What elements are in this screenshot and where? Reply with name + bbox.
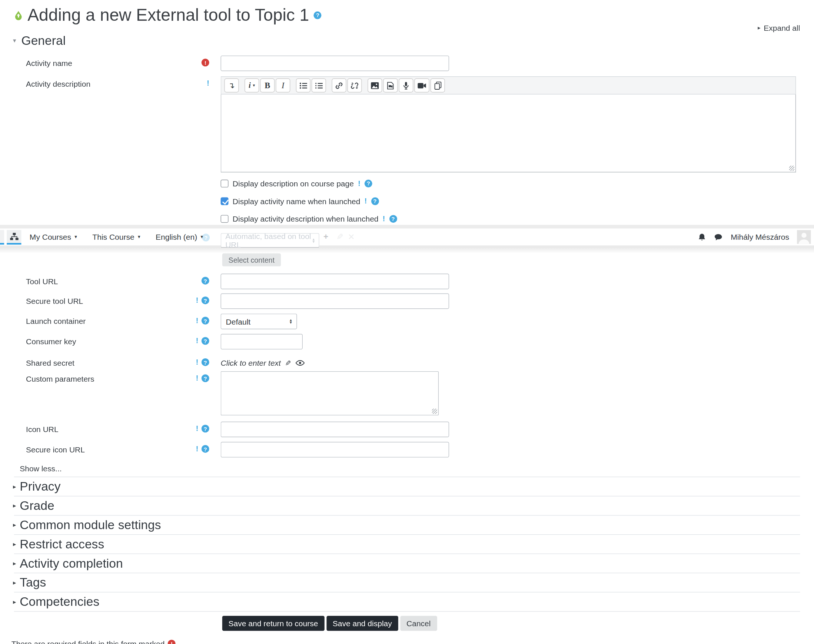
section-grade[interactable]: ▸ Grade: [14, 497, 800, 516]
user-name[interactable]: Mihály Mészáros: [731, 233, 789, 242]
resize-grip-icon[interactable]: [789, 166, 794, 171]
insert-image-icon[interactable]: [368, 78, 382, 93]
help-icon[interactable]: [202, 337, 209, 345]
custom-parameters-textarea[interactable]: [221, 371, 439, 416]
eye-icon[interactable]: [295, 359, 305, 366]
shared-secret-label: Shared secret: [26, 355, 75, 367]
preconfigured-tool-select[interactable]: Automatic, based on tool URL: [221, 233, 319, 247]
warning-icon[interactable]: [196, 317, 199, 325]
save-display-button[interactable]: Save and display: [327, 616, 398, 631]
chevron-down-icon: ▼: [137, 235, 141, 239]
required-fields-note: There are required fields in this form m…: [11, 639, 800, 644]
help-icon[interactable]: [389, 215, 397, 222]
help-icon[interactable]: [202, 374, 209, 382]
nav-item-this-course[interactable]: This Course▼: [92, 233, 141, 242]
tool-url-input[interactable]: [221, 273, 449, 289]
select-content-button[interactable]: Select content: [222, 253, 281, 267]
display-activity-name-checkbox[interactable]: [221, 197, 228, 205]
consumer-key-label: Consumer key: [26, 334, 76, 346]
display-description-checkbox[interactable]: [221, 179, 228, 187]
page-header: Adding a new External tool to Topic 1 ▸ …: [0, 0, 814, 25]
row-activity-name: Activity name: [14, 55, 800, 71]
insert-media-icon[interactable]: [383, 78, 397, 93]
warning-icon[interactable]: [196, 296, 199, 304]
required-icon: [168, 639, 176, 644]
collapse-toolbar-icon[interactable]: ↴: [224, 78, 239, 93]
help-icon[interactable]: [202, 425, 209, 432]
section-common-module-settings[interactable]: ▸ Common module settings: [14, 515, 800, 535]
user-avatar[interactable]: [797, 230, 811, 244]
pencil-icon[interactable]: ✎: [285, 359, 291, 367]
collapsed-sections: ▸ Privacy ▸ Grade ▸ Common module settin…: [14, 477, 800, 612]
secure-icon-url-input[interactable]: [221, 442, 449, 458]
display-activity-description-checkbox[interactable]: [221, 215, 228, 222]
help-icon[interactable]: [202, 358, 209, 366]
section-restrict-access[interactable]: ▸ Restrict access: [14, 535, 800, 554]
row-display-description: Display description on course page: [221, 179, 800, 187]
warning-icon[interactable]: [196, 425, 199, 432]
warning-icon[interactable]: [365, 197, 367, 205]
save-return-button[interactable]: Save and return to course: [222, 616, 325, 631]
unlink-icon[interactable]: [347, 78, 362, 93]
help-icon[interactable]: [202, 277, 209, 285]
launch-container-select[interactable]: Default: [221, 313, 297, 329]
sitemap-tab[interactable]: [7, 230, 21, 245]
nav-item-language[interactable]: English (en)▼: [156, 233, 204, 242]
help-icon[interactable]: [202, 317, 209, 325]
row-secure-icon-url: Secure icon URL: [14, 442, 800, 458]
delete-tool-icon: ✕: [348, 232, 355, 242]
help-icon-ghost: [202, 234, 210, 242]
manage-files-icon[interactable]: [431, 78, 445, 93]
unordered-list-icon[interactable]: [296, 78, 311, 93]
warning-icon[interactable]: [358, 179, 360, 187]
select-arrows-icon: [313, 238, 315, 243]
resize-grip-icon[interactable]: [432, 409, 437, 414]
required-icon: [202, 58, 209, 66]
record-video-icon[interactable]: [414, 78, 429, 93]
form-main: ▾ General Activity name Activity descrip…: [0, 33, 814, 223]
form-actions: Save and return to course Save and displ…: [222, 616, 800, 631]
select-arrows-icon: [290, 319, 292, 324]
add-tool-icon[interactable]: +: [323, 232, 328, 241]
icon-url-input[interactable]: [221, 422, 449, 437]
external-tool-icon: [14, 10, 23, 20]
warning-icon[interactable]: [207, 79, 209, 87]
cancel-button[interactable]: Cancel: [400, 616, 437, 631]
help-icon[interactable]: [371, 197, 379, 205]
ordered-list-icon[interactable]: [311, 78, 326, 93]
section-privacy[interactable]: ▸ Privacy: [14, 477, 800, 497]
editor-text-area[interactable]: [221, 95, 796, 172]
warning-icon[interactable]: [196, 374, 199, 382]
italic-icon[interactable]: I: [276, 78, 290, 93]
activity-name-input[interactable]: [221, 55, 449, 71]
bold-icon[interactable]: B: [260, 78, 274, 93]
warning-icon[interactable]: [196, 337, 199, 345]
help-icon[interactable]: [202, 445, 209, 453]
help-icon[interactable]: [314, 11, 322, 19]
secure-tool-url-label: Secure tool URL: [26, 293, 83, 305]
show-less-link[interactable]: Show less...: [20, 464, 800, 473]
notifications-bell-icon[interactable]: [698, 233, 706, 241]
nav-tab-partial[interactable]: [0, 230, 4, 245]
section-competencies[interactable]: ▸ Competencies: [14, 592, 800, 612]
record-audio-icon[interactable]: [399, 78, 413, 93]
nav-item-my-courses[interactable]: My Courses▼: [30, 233, 78, 242]
warning-icon[interactable]: [383, 215, 385, 222]
row-display-activity-description: Display activity description when launch…: [221, 215, 800, 223]
expand-all-link[interactable]: ▸ Expand all: [758, 23, 800, 32]
link-icon[interactable]: [332, 78, 346, 93]
secure-tool-url-input[interactable]: [221, 293, 449, 309]
section-tags[interactable]: ▸ Tags: [14, 573, 800, 592]
warning-icon[interactable]: [196, 358, 199, 366]
help-icon[interactable]: [365, 179, 373, 187]
section-activity-completion[interactable]: ▸ Activity completion: [14, 554, 800, 573]
triangle-right-icon: ▸: [13, 541, 20, 548]
paragraph-styles-icon[interactable]: i▾: [245, 78, 259, 93]
consumer-key-input[interactable]: [221, 334, 303, 350]
help-icon[interactable]: [202, 296, 209, 304]
section-header-general[interactable]: ▾ General: [14, 33, 800, 48]
shared-secret-value[interactable]: Click to enter text: [221, 358, 281, 367]
activity-name-label: Activity name: [26, 55, 72, 67]
messages-chat-icon[interactable]: [714, 233, 723, 241]
warning-icon[interactable]: [196, 445, 199, 453]
